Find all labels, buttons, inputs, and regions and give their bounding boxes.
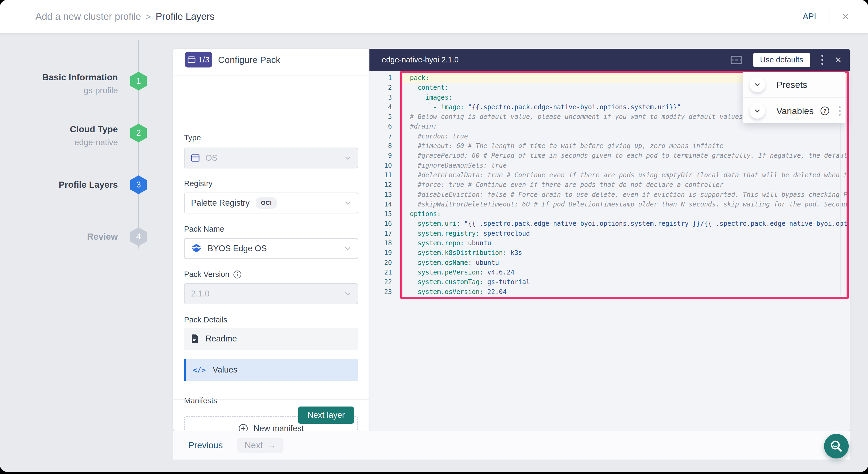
api-link[interactable]: API (803, 12, 816, 22)
info-icon[interactable] (233, 270, 242, 279)
variables-row[interactable]: Variables ? (743, 98, 845, 124)
line-number: 2 (369, 83, 392, 92)
step-count-label: 1/3 (198, 55, 210, 64)
configure-pack-header: 1/3 Configure Pack (173, 49, 369, 76)
pack-layers-icon (191, 243, 202, 254)
breadcrumb-separator: > (146, 12, 151, 22)
step-subtitle: gs-profile (0, 86, 118, 95)
configure-pack-panel: 1/3 Configure Pack Type OS Registry Pale… (173, 49, 369, 431)
document-icon (191, 334, 198, 343)
pack-name-value: BYOS Edge OS (208, 244, 267, 253)
line-number: 14 (369, 199, 392, 209)
step-title: Cloud Type (0, 124, 118, 134)
split-view-icon[interactable] (730, 54, 743, 66)
code-line: system.k8sDistribution: k3s (402, 248, 846, 258)
pack-version-label-text: Pack Version (184, 270, 229, 279)
page-title: Profile Layers (156, 11, 215, 22)
app-window: Add a new cluster profile > Profile Laye… (0, 0, 868, 472)
step-subtitle: edge-native (0, 138, 118, 147)
step-count-badge: 1/3 (185, 52, 212, 67)
code-line: #timeout: 60 # The length of time to wai… (402, 141, 846, 151)
code-line: #deleteLocalData: true # Continue even i… (402, 170, 846, 180)
line-number: 22 (369, 277, 392, 287)
step-item-profile-layers[interactable]: Profile Layers (0, 180, 118, 190)
close-icon[interactable]: ✕ (842, 12, 849, 21)
line-number: 8 (369, 141, 392, 151)
line-number: 11 (369, 170, 392, 180)
step-item-cloud-type[interactable]: Cloud Typeedge-native (0, 124, 118, 147)
code-line: #cordon: true (402, 131, 846, 141)
line-number: 4 (369, 102, 392, 112)
code-line: #gracePeriod: 60 # Period of time in sec… (402, 151, 846, 160)
code-line: system.uri: "{{ .spectro.pack.edge-nativ… (402, 219, 846, 228)
screen: Add a new cluster profile > Profile Laye… (0, 0, 868, 474)
line-number: 16 (369, 219, 392, 228)
readme-tab-label: Readme (206, 334, 237, 344)
presets-expand-button[interactable] (750, 77, 765, 92)
chevron-down-icon (755, 83, 760, 87)
wizard-footer: Previous Next → (173, 431, 850, 460)
pack-details-label: Pack Details (184, 315, 227, 324)
code-line: system.registry: spectrocloud (402, 229, 846, 238)
presets-label: Presets (776, 80, 807, 90)
code-line: #ignoreDaemonSets: true (402, 161, 846, 170)
stepper-line (138, 40, 139, 249)
next-button: Next → (237, 438, 283, 453)
editor-line-numbers: 1234567891011121314151617181920212223 (369, 73, 392, 297)
step-item-basic-information[interactable]: Basic Informationgs-profile (0, 72, 118, 95)
line-number: 21 (369, 267, 392, 277)
code-icon: </> (193, 366, 206, 374)
line-number: 9 (369, 151, 392, 160)
step-title: Basic Information (0, 72, 118, 83)
presets-variables-panel: Presets Variables ? (743, 72, 845, 123)
type-label: Type (184, 133, 201, 142)
chevron-down-icon (345, 201, 351, 205)
pack-version-value: 2.1.0 (191, 289, 210, 298)
previous-button[interactable]: Previous (188, 431, 223, 460)
registry-label: Registry (184, 179, 212, 188)
editor-header: edge-native-byoi 2.1.0 Use defaults ✕ (369, 49, 850, 71)
step-badge-4: 4 (130, 227, 147, 246)
type-select: OS (184, 148, 358, 168)
breadcrumb: Add a new cluster profile > Profile Laye… (35, 0, 215, 33)
step-badge-1: 1 (130, 72, 147, 91)
use-defaults-button[interactable]: Use defaults (753, 53, 810, 67)
line-number: 12 (369, 180, 392, 190)
line-number: 18 (369, 238, 392, 248)
values-tab-label: Values (213, 365, 238, 375)
values-tab[interactable]: </> Values (184, 359, 358, 381)
code-line: system.repo: ubuntu (402, 238, 846, 248)
code-line: system.osVersion: 22.04 (402, 287, 846, 297)
window-icon (191, 154, 199, 162)
variables-kebab-menu-icon[interactable] (839, 106, 841, 116)
line-number: 23 (369, 287, 392, 297)
code-line: #disableEviction: false # Force drain to… (402, 190, 846, 199)
pack-version-select: 2.1.0 (184, 283, 358, 304)
line-number: 7 (369, 131, 392, 141)
registry-select[interactable]: Palette Registry OCI (184, 193, 358, 214)
line-number: 20 (369, 258, 392, 267)
step-title: Profile Layers (0, 180, 118, 190)
pack-name-select[interactable]: BYOS Edge OS (184, 238, 358, 259)
readme-tab[interactable]: Readme (184, 328, 358, 350)
configure-pack-footer: Next layer (173, 399, 369, 431)
step-item-review[interactable]: Review (0, 232, 118, 242)
editor-kebab-menu-icon[interactable] (820, 54, 824, 66)
code-line: #force: true # Continue even if there ar… (402, 180, 846, 190)
presets-row[interactable]: Presets (743, 72, 845, 97)
next-layer-button[interactable]: Next layer (298, 407, 354, 424)
editor-title: edge-native-byoi 2.1.0 (382, 56, 459, 64)
code-line: system.customTag: gs-tutorial (402, 277, 846, 287)
line-number: 6 (369, 122, 392, 131)
editor-close-icon[interactable]: ✕ (835, 56, 842, 64)
configure-pack-title: Configure Pack (218, 49, 280, 71)
search-fab-button[interactable] (824, 434, 849, 459)
line-number: 3 (369, 93, 392, 102)
line-number: 5 (369, 112, 392, 122)
chevron-down-icon (755, 109, 760, 113)
chevron-down-icon (345, 247, 351, 250)
breadcrumb-parent[interactable]: Add a new cluster profile (35, 11, 141, 22)
help-icon[interactable]: ? (820, 106, 830, 116)
pack-name-label: Pack Name (184, 225, 224, 233)
variables-expand-button[interactable] (750, 103, 765, 119)
